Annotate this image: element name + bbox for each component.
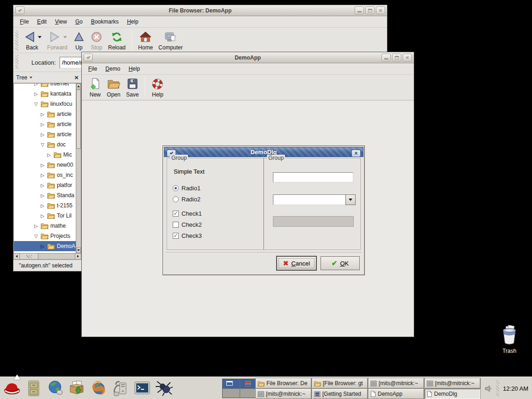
expander-icon[interactable] — [40, 244, 45, 249]
save-button[interactable]: Save — [123, 76, 141, 99]
combo-box[interactable] — [273, 194, 356, 205]
terminal-icon[interactable] — [133, 379, 151, 398]
forward-dropdown-icon[interactable] — [63, 36, 67, 38]
tree-item[interactable]: internet — [14, 83, 76, 89]
panel-drag-handle[interactable] — [496, 381, 499, 396]
home-button[interactable]: Home — [135, 29, 156, 52]
tree-item[interactable]: linuxfocu — [14, 99, 76, 109]
tree-item[interactable]: article — [14, 109, 76, 119]
taskbar-window-button[interactable]: [File Browser: gt — [312, 378, 368, 388]
scrollbar-thumb[interactable] — [76, 90, 81, 149]
up-button[interactable]: Up — [70, 29, 88, 52]
stop-button[interactable]: Stop — [88, 29, 105, 52]
expander-icon[interactable] — [33, 102, 39, 107]
menu-item[interactable]: File — [16, 17, 32, 26]
expander-icon[interactable] — [40, 203, 45, 208]
expander-icon[interactable] — [40, 142, 45, 147]
window-menu-button[interactable] — [15, 6, 24, 14]
window-menu-button[interactable] — [84, 54, 93, 61]
taskbar-window-button[interactable]: [mits@mitnick:~ — [369, 378, 424, 388]
taskbar-window-button[interactable]: [Getting Started — [312, 389, 368, 399]
demodlg-titlebar[interactable]: DemoDlg × — [164, 147, 363, 157]
menu-item[interactable]: Help — [123, 17, 142, 26]
menu-item[interactable]: Go — [72, 17, 86, 26]
tree-item[interactable]: Mic — [14, 150, 76, 160]
taskbar-window-button[interactable]: DemoDlg — [425, 389, 480, 399]
expander-icon[interactable] — [33, 91, 39, 97]
menu-item[interactable]: File — [85, 64, 101, 73]
expander-icon[interactable] — [40, 122, 45, 127]
forward-button[interactable]: Forward — [44, 29, 70, 52]
clock[interactable]: 12:20 AM — [503, 385, 530, 392]
expander-icon[interactable] — [40, 183, 45, 188]
combo-input[interactable] — [273, 194, 346, 205]
scroll-up-button[interactable] — [76, 84, 81, 89]
menu-item[interactable]: Help — [125, 64, 144, 73]
file-browser-titlebar[interactable]: File Browser: DemoApp × — [13, 5, 387, 16]
menu-item[interactable]: View — [51, 17, 71, 26]
tree-item[interactable]: doc — [14, 139, 76, 150]
maximize-button[interactable] — [392, 54, 401, 61]
close-button[interactable]: × — [403, 54, 412, 61]
workspace-1[interactable] — [223, 379, 240, 388]
back-dropdown-icon[interactable] — [38, 36, 42, 38]
checkbox-icon[interactable] — [173, 233, 179, 239]
radio-option[interactable]: Radio2 — [173, 195, 200, 203]
checkbox-option[interactable]: Check3 — [173, 232, 202, 239]
web-browser-icon[interactable] — [46, 379, 65, 398]
expander-icon[interactable] — [40, 163, 45, 168]
minimize-button[interactable] — [355, 6, 364, 14]
computer-button[interactable]: Computer — [156, 29, 186, 52]
bug-tool-icon[interactable] — [155, 379, 173, 398]
toolbar-drag-handle[interactable] — [15, 30, 18, 51]
tree-item[interactable]: article — [14, 119, 76, 129]
taskbar-window-button[interactable]: DemoApp — [369, 389, 424, 399]
back-button[interactable]: Back — [20, 29, 44, 52]
tree-item[interactable]: DemoA — [14, 241, 76, 251]
radio-icon[interactable] — [173, 196, 179, 202]
hardware-icon[interactable] — [111, 379, 130, 398]
expander-icon[interactable] — [33, 83, 39, 86]
cancel-button[interactable]: ✖ Cancel — [277, 256, 316, 270]
speaker-icon[interactable] — [484, 385, 492, 393]
tree-item[interactable]: os_inc — [14, 170, 76, 180]
expander-icon[interactable] — [33, 224, 39, 229]
menu-item[interactable]: Demo — [102, 64, 124, 73]
package-manager-icon[interactable] — [68, 379, 86, 398]
tree-horizontal-scrollbar[interactable] — [13, 253, 81, 260]
checkbox-option[interactable]: Check1 — [173, 210, 202, 217]
tree-item[interactable]: t-2155 — [14, 200, 76, 211]
scrollbar-thumb[interactable] — [20, 254, 38, 259]
side-pane-header[interactable]: Tree × — [13, 72, 81, 83]
radio-icon[interactable] — [173, 185, 179, 191]
tree-item[interactable]: Projects — [14, 231, 76, 241]
tree-item[interactable]: new00 — [14, 160, 76, 170]
trash-desktop-icon[interactable]: Trash — [495, 324, 524, 354]
demoapp-titlebar[interactable]: DemoApp × — [82, 52, 414, 63]
menu-item[interactable]: Edit — [33, 17, 50, 26]
expander-icon[interactable] — [33, 234, 39, 239]
tree-item[interactable]: kantakta — [14, 89, 76, 99]
taskbar-window-button[interactable]: File Browser: De — [256, 378, 311, 388]
tree-vertical-scrollbar[interactable] — [76, 84, 81, 253]
maximize-button[interactable] — [365, 6, 375, 14]
help-button[interactable]: Help — [148, 76, 167, 99]
new-button[interactable]: New — [86, 76, 104, 99]
open-button[interactable]: Open — [104, 76, 123, 99]
taskbar-window-button[interactable]: [mits@mitnick:~ — [425, 378, 480, 388]
close-button[interactable]: × — [351, 150, 361, 157]
tree-item[interactable]: Standa — [14, 190, 76, 200]
reload-button[interactable]: Reload — [105, 29, 128, 52]
locbar-drag-handle[interactable] — [15, 55, 18, 69]
workspace-2[interactable] — [240, 379, 257, 388]
scroll-right-button[interactable] — [75, 254, 81, 259]
tree-item[interactable]: Tor Lil — [14, 211, 76, 221]
scroll-left-button[interactable] — [14, 254, 20, 259]
file-cabinet-icon[interactable] — [24, 379, 43, 398]
close-button[interactable]: × — [376, 6, 385, 14]
workspace-4[interactable] — [240, 389, 257, 398]
expander-icon[interactable] — [40, 213, 45, 218]
menu-item[interactable]: Bookmarks — [87, 17, 122, 26]
mozilla-globe-icon[interactable] — [90, 379, 108, 398]
taskbar-window-button[interactable]: [mits@mitnick:~ — [256, 389, 311, 399]
